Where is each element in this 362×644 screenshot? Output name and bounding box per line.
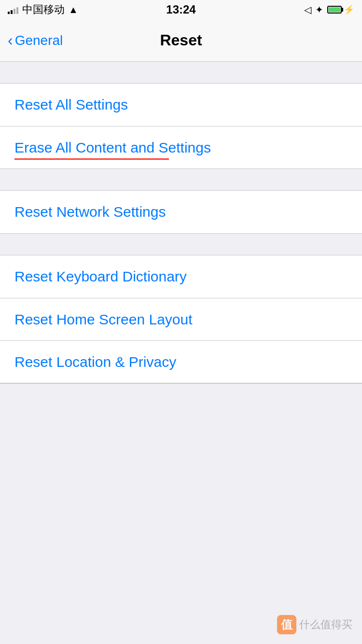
status-bar: 中国移动 ▲ 13:24 ◁ ✦ ⚡: [0, 0, 362, 19]
section-1: Reset All Settings Erase All Content and…: [0, 83, 362, 169]
bottom-spacer: [0, 383, 362, 605]
erase-all-content-label: Erase All Content and Settings: [14, 140, 211, 156]
reset-location-privacy-label: Reset Location & Privacy: [14, 354, 176, 370]
wifi-icon: ▲: [69, 4, 78, 15]
reset-all-settings-item[interactable]: Reset All Settings: [0, 84, 362, 126]
erase-all-content-item[interactable]: Erase All Content and Settings: [0, 126, 362, 168]
status-left: 中国移动 ▲: [8, 2, 78, 17]
status-time: 13:24: [166, 3, 195, 16]
bluetooth-icon: ✦: [315, 4, 323, 15]
reset-home-screen-layout-label: Reset Home Screen Layout: [14, 311, 193, 328]
carrier-wifi: 中国移动 ▲: [22, 2, 78, 17]
nav-bar: ‹ General Reset: [0, 19, 362, 62]
watermark-logo-text: 值: [281, 617, 292, 632]
reset-home-screen-layout-item[interactable]: Reset Home Screen Layout: [0, 298, 362, 340]
page-title: Reset: [160, 31, 202, 49]
reset-all-settings-label: Reset All Settings: [14, 97, 128, 113]
reset-keyboard-dictionary-label: Reset Keyboard Dictionary: [14, 268, 187, 285]
section-3: Reset Keyboard Dictionary Reset Home Scr…: [0, 255, 362, 383]
section-2: Reset Network Settings: [0, 190, 362, 234]
status-right: ◁ ✦ ⚡: [304, 4, 354, 15]
reset-keyboard-dictionary-item[interactable]: Reset Keyboard Dictionary: [0, 255, 362, 298]
carrier-label: 中国移动: [22, 2, 65, 17]
chevron-left-icon: ‹: [8, 32, 13, 48]
back-label: General: [15, 33, 63, 48]
back-button[interactable]: ‹ General: [8, 33, 63, 48]
reset-network-settings-label: Reset Network Settings: [14, 204, 166, 220]
battery-fill: [329, 7, 340, 12]
charging-icon: ⚡: [344, 4, 354, 15]
battery-icon: [327, 6, 342, 14]
section-spacer-1: [0, 62, 362, 83]
section-spacer-2: [0, 169, 362, 190]
reset-network-settings-item[interactable]: Reset Network Settings: [0, 191, 362, 233]
battery-container: ⚡: [327, 4, 354, 15]
signal-bars-icon: [8, 5, 18, 14]
location-icon: ◁: [304, 4, 311, 15]
watermark-logo: 值: [277, 615, 296, 634]
reset-location-privacy-item[interactable]: Reset Location & Privacy: [0, 340, 362, 383]
watermark-label: 什么值得买: [299, 617, 352, 632]
red-underline: [14, 158, 169, 160]
section-spacer-3: [0, 234, 362, 255]
page-wrapper: 中国移动 ▲ 13:24 ◁ ✦ ⚡ ‹ General Reset Rese: [0, 0, 362, 644]
watermark: 值 什么值得买: [277, 615, 352, 634]
